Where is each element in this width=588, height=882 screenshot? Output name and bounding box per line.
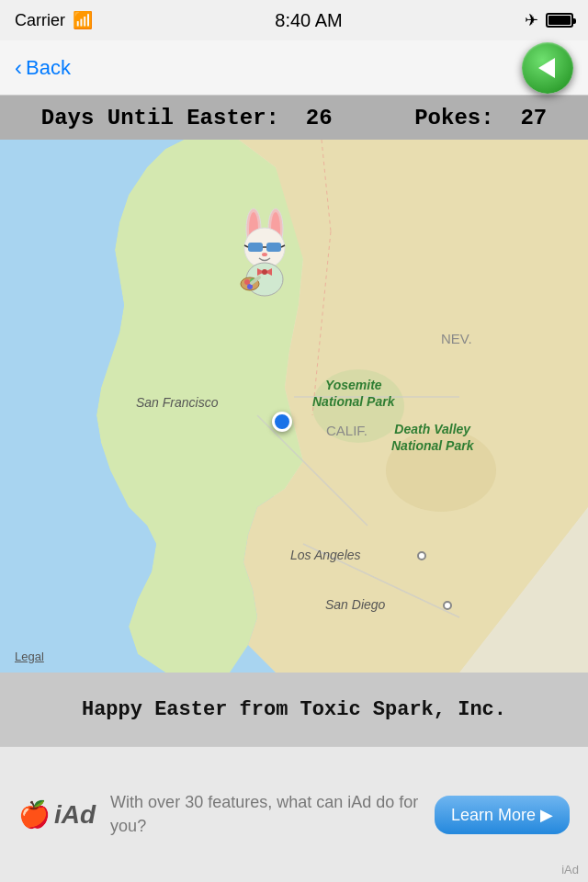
pokes-label: Pokes: 27 <box>414 106 547 130</box>
yosemite-label: YosemiteNational Park <box>312 377 394 410</box>
location-icon: ✈ <box>525 10 538 30</box>
san-diego-label: San Diego <box>325 597 385 612</box>
svg-rect-17 <box>248 243 263 252</box>
los-angeles-label: Los Angeles <box>290 548 361 562</box>
svg-point-22 <box>262 253 267 256</box>
status-bar: Carrier 📶 8:40 AM ✈ <box>0 0 588 40</box>
svg-rect-18 <box>266 243 281 252</box>
learn-more-button[interactable]: Learn More ▶ <box>435 796 570 834</box>
san-diego-dot <box>443 601 452 610</box>
back-chevron-icon: ‹ <box>15 55 22 81</box>
nav-bar: ‹ Back <box>0 40 588 96</box>
days-label: Days Until Easter: 26 <box>41 106 333 130</box>
pokes-value: 27 <box>520 106 547 130</box>
iad-small-text: iAd <box>561 863 579 876</box>
los-angeles-dot <box>417 551 426 560</box>
ad-body: With over 30 features, what can iAd do f… <box>110 791 420 837</box>
wifi-icon: 📶 <box>73 10 93 30</box>
ad-bar: 🍎 iAd With over 30 features, what can iA… <box>0 746 588 882</box>
info-bar: Days Until Easter: 26 Pokes: 27 <box>0 96 588 140</box>
legal-link[interactable]: Legal <box>15 650 44 663</box>
nevada-label: NEV. <box>441 331 472 346</box>
apple-logo-icon: 🍎 <box>18 799 51 830</box>
map-container[interactable]: San Francisco NEV. CALIF. YosemiteNation… <box>0 140 588 673</box>
easter-message: Happy Easter from Toxic Spark, Inc. <box>82 698 506 721</box>
svg-point-28 <box>244 279 250 285</box>
death-valley-label: Death ValleyNational Park <box>391 421 473 454</box>
battery-icon <box>546 13 573 28</box>
status-right: ✈ <box>525 10 573 30</box>
days-value: 26 <box>306 106 333 130</box>
location-dot <box>272 412 292 432</box>
california-label: CALIF. <box>326 423 368 438</box>
play-icon <box>538 58 555 78</box>
back-button[interactable]: ‹ Back <box>15 55 71 81</box>
san-francisco-label: San Francisco <box>136 395 218 410</box>
carrier-label: Carrier <box>15 11 65 30</box>
iad-text: iAd <box>54 800 96 830</box>
ad-logo-area: 🍎 iAd <box>18 799 96 830</box>
bunny-character <box>228 206 301 298</box>
status-left: Carrier 📶 <box>15 10 93 30</box>
message-bar: Happy Easter from Toxic Spark, Inc. <box>0 673 588 746</box>
status-time: 8:40 AM <box>275 10 342 31</box>
play-button[interactable] <box>522 42 573 94</box>
back-label: Back <box>26 56 71 80</box>
svg-point-26 <box>262 269 267 275</box>
